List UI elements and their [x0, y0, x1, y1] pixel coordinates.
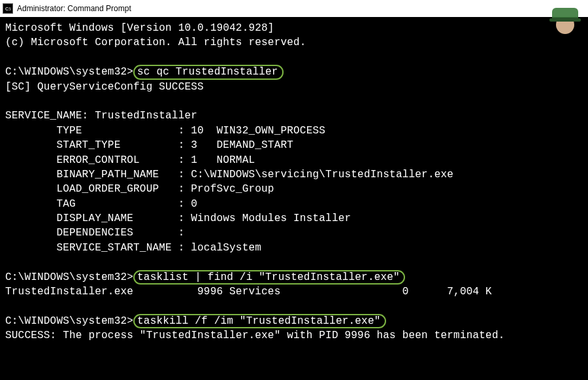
- field-tag: TAG : 0: [5, 197, 583, 211]
- service-name-line: SERVICE_NAME: TrustedInstaller: [5, 109, 583, 123]
- blank-line: [5, 50, 583, 65]
- field-binary-path: BINARY_PATH_NAME : C:\WINDOWS\servicing\…: [5, 167, 583, 182]
- taskkill-result: SUCCESS: The process "TrustedInstaller.e…: [5, 328, 583, 343]
- prompt-line-1: C:\WINDOWS\system32>sc qc TrustedInstall…: [5, 65, 583, 79]
- copyright-line: (c) Microsoft Corporation. All rights re…: [5, 35, 583, 50]
- cmd-icon: C:\: [3, 3, 13, 14]
- window-title: Administrator: Command Prompt: [17, 4, 131, 13]
- blank-line: [5, 299, 583, 313]
- command-sc-qc: sc qc TrustedInstaller: [133, 65, 284, 79]
- field-service-start-name: SERVICE_START_NAME : localSystem: [5, 241, 583, 255]
- prompt-text: C:\WINDOWS\system32>: [5, 315, 133, 327]
- field-load-order: LOAD_ORDER_GROUP : ProfSvc_Group: [5, 182, 583, 196]
- field-start-type: START_TYPE : 3 DEMAND_START: [5, 138, 583, 152]
- blank-line: [5, 94, 583, 109]
- blank-line: [5, 255, 583, 269]
- terminal-output[interactable]: Microsoft Windows [Version 10.0.19042.92…: [0, 17, 588, 347]
- sc-result-line: [SC] QueryServiceConfig SUCCESS: [5, 80, 583, 94]
- prompt-text: C:\WINDOWS\system32>: [5, 66, 133, 78]
- field-type: TYPE : 10 WIN32_OWN_PROCESS: [5, 124, 583, 138]
- tasklist-row: TrustedInstaller.exe 9996 Services 0 7,0…: [5, 285, 583, 299]
- banner-line: Microsoft Windows [Version 10.0.19042.92…: [5, 21, 583, 35]
- field-display-name: DISPLAY_NAME : Windows Modules Installer: [5, 211, 583, 226]
- prompt-line-3: C:\WINDOWS\system32>taskkill /f /im "Tru…: [5, 314, 583, 328]
- field-error-control: ERROR_CONTROL : 1 NORMAL: [5, 153, 583, 167]
- command-tasklist: tasklist | find /i "TrustedInstaller.exe…: [133, 270, 405, 285]
- watermark-avatar: [549, 4, 581, 37]
- command-taskkill: taskkill /f /im "TrustedInstaller.exe": [133, 314, 385, 328]
- cmd-icon-text: C:\: [5, 7, 10, 11]
- prompt-text: C:\WINDOWS\system32>: [5, 271, 133, 283]
- window-titlebar[interactable]: C:\ Administrator: Command Prompt: [0, 0, 588, 17]
- field-dependencies: DEPENDENCIES :: [5, 226, 583, 240]
- prompt-line-2: C:\WINDOWS\system32>tasklist | find /i "…: [5, 270, 583, 285]
